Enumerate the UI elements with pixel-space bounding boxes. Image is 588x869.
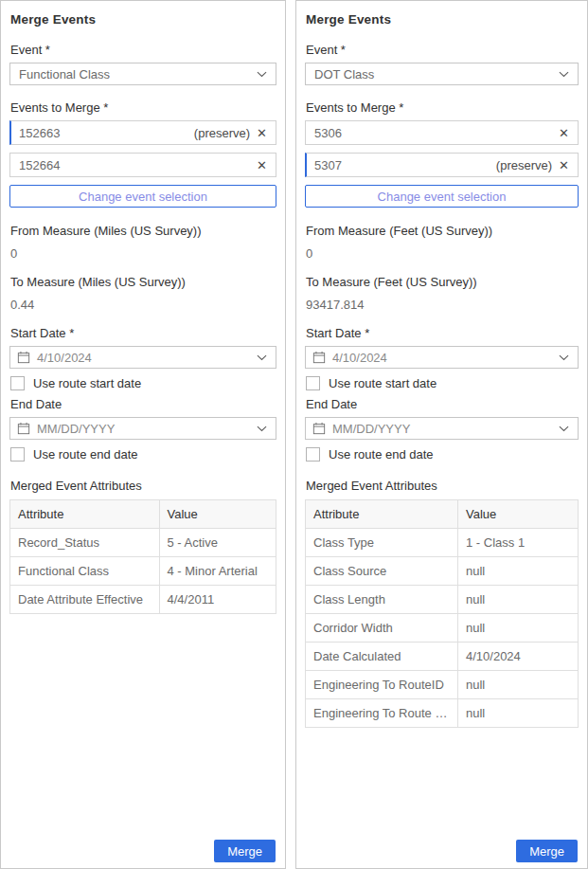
attribute-cell: Date Attribute Effective xyxy=(10,586,160,614)
from-measure-label: From Measure (Feet (US Survey)) xyxy=(306,224,579,238)
end-date-input[interactable]: MM/DD/YYYY xyxy=(9,417,276,440)
checkbox-icon[interactable] xyxy=(306,376,320,390)
value-cell: 4 - Minor Arterial xyxy=(159,557,276,586)
table-row: Corridor Width null xyxy=(306,614,579,643)
table-row: Engineering To Route … null xyxy=(306,699,579,728)
checkbox-label: Use route start date xyxy=(33,376,141,390)
chevron-down-icon xyxy=(257,425,267,432)
value-cell: null xyxy=(458,699,579,728)
to-measure-value: 93417.814 xyxy=(306,298,579,312)
attribute-cell: Record_Status xyxy=(10,529,160,557)
table-row: Engineering To RouteID null xyxy=(306,671,579,699)
preserve-tag: (preserve) xyxy=(496,158,552,172)
chevron-down-icon xyxy=(257,71,267,78)
value-cell: 5 - Active xyxy=(159,529,276,557)
remove-event-icon[interactable]: ✕ xyxy=(257,159,267,172)
table-row: Class Source null xyxy=(306,557,579,586)
merged-attributes-label: Merged Event Attributes xyxy=(306,479,579,493)
event-id: 5306 xyxy=(314,126,559,140)
start-date-value: 4/10/2024 xyxy=(37,351,92,365)
checkbox-label: Use route start date xyxy=(329,376,437,390)
value-cell: 4/4/2011 xyxy=(159,586,276,614)
calendar-icon xyxy=(17,422,30,435)
end-date-input[interactable]: MM/DD/YYYY xyxy=(305,417,579,440)
event-to-merge-input[interactable]: 5307 (preserve) ✕ xyxy=(305,153,579,177)
events-to-merge-label: Events to Merge * xyxy=(10,100,276,115)
checkbox-icon[interactable] xyxy=(10,376,25,390)
remove-event-icon[interactable]: ✕ xyxy=(257,127,267,139)
change-event-selection-button[interactable]: Change event selection xyxy=(305,185,579,208)
attribute-cell: Engineering To Route … xyxy=(306,699,458,728)
event-select[interactable]: DOT Class xyxy=(305,63,579,85)
table-header-row: Attribute Value xyxy=(306,500,579,529)
use-route-start-date-checkbox[interactable]: Use route start date xyxy=(306,376,579,390)
change-event-selection-button[interactable]: Change event selection xyxy=(9,185,276,208)
merged-attributes-table: Attribute Value Class Type 1 - Class 1 C… xyxy=(305,499,579,728)
events-to-merge-label: Events to Merge * xyxy=(306,100,579,115)
event-select-value: DOT Class xyxy=(314,67,374,81)
merge-events-panel-right: Merge Events Event * DOT Class Events to… xyxy=(295,0,588,869)
chevron-down-icon xyxy=(257,354,267,361)
from-measure-value: 0 xyxy=(10,246,276,261)
use-route-end-date-checkbox[interactable]: Use route end date xyxy=(10,447,276,462)
chevron-down-icon xyxy=(559,71,569,78)
to-measure-label: To Measure (Miles (US Survey)) xyxy=(10,275,276,289)
value-cell: null xyxy=(458,557,579,586)
attribute-cell: Class Source xyxy=(306,557,458,586)
merged-attributes-label: Merged Event Attributes xyxy=(10,479,276,493)
table-row: Record_Status 5 - Active xyxy=(10,529,276,557)
attribute-cell: Date Calculated xyxy=(306,643,458,671)
panel-title: Merge Events xyxy=(306,12,579,27)
start-date-label: Start Date * xyxy=(10,326,276,340)
merge-button[interactable]: Merge xyxy=(214,840,276,862)
event-select[interactable]: Functional Class xyxy=(9,63,276,85)
to-measure-value: 0.44 xyxy=(10,298,276,312)
table-row: Date Attribute Effective 4/4/2011 xyxy=(10,586,276,614)
checkbox-label: Use route end date xyxy=(33,447,138,462)
event-select-value: Functional Class xyxy=(19,67,110,81)
value-header: Value xyxy=(159,500,276,529)
attribute-cell: Class Type xyxy=(306,529,458,557)
merge-button[interactable]: Merge xyxy=(516,840,578,862)
start-date-label: Start Date * xyxy=(306,326,579,340)
value-cell: null xyxy=(458,586,579,614)
end-date-label: End Date xyxy=(10,397,276,411)
attribute-cell: Engineering To RouteID xyxy=(306,671,458,699)
value-cell: null xyxy=(458,671,579,699)
table-row: Date Calculated 4/10/2024 xyxy=(306,643,579,671)
attribute-cell: Class Length xyxy=(306,586,458,614)
checkbox-icon[interactable] xyxy=(10,447,25,462)
start-date-input[interactable]: 4/10/2024 xyxy=(9,346,276,369)
value-cell: null xyxy=(458,614,579,643)
calendar-icon xyxy=(312,422,326,435)
event-id: 152663 xyxy=(19,126,194,140)
value-header: Value xyxy=(458,500,579,529)
preserve-tag: (preserve) xyxy=(194,126,250,140)
event-to-merge-input[interactable]: 152664 ✕ xyxy=(9,153,276,177)
merge-events-panel-left: Merge Events Event * Functional Class Ev… xyxy=(0,0,286,869)
attribute-cell: Functional Class xyxy=(10,557,160,586)
panel-title: Merge Events xyxy=(10,12,276,27)
checkbox-label: Use route end date xyxy=(329,447,434,462)
from-measure-label: From Measure (Miles (US Survey)) xyxy=(10,224,276,238)
checkbox-icon[interactable] xyxy=(306,447,320,462)
chevron-down-icon xyxy=(559,425,569,432)
event-to-merge-input[interactable]: 152663 (preserve) ✕ xyxy=(9,120,276,145)
use-route-start-date-checkbox[interactable]: Use route start date xyxy=(10,376,276,390)
event-to-merge-input[interactable]: 5306 ✕ xyxy=(305,120,579,145)
merge-events-page: Merge Events Event * Functional Class Ev… xyxy=(0,0,588,869)
use-route-end-date-checkbox[interactable]: Use route end date xyxy=(306,447,579,462)
value-cell: 1 - Class 1 xyxy=(458,529,579,557)
end-date-placeholder: MM/DD/YYYY xyxy=(37,422,115,436)
table-row: Functional Class 4 - Minor Arterial xyxy=(10,557,276,586)
value-cell: 4/10/2024 xyxy=(458,643,579,671)
remove-event-icon[interactable]: ✕ xyxy=(559,159,569,172)
event-id: 5307 xyxy=(314,158,496,172)
end-date-placeholder: MM/DD/YYYY xyxy=(332,422,410,436)
attribute-header: Attribute xyxy=(10,500,160,529)
attribute-header: Attribute xyxy=(306,500,458,529)
start-date-input[interactable]: 4/10/2024 xyxy=(305,346,579,369)
attribute-cell: Corridor Width xyxy=(306,614,458,643)
remove-event-icon[interactable]: ✕ xyxy=(559,127,569,139)
table-row: Class Length null xyxy=(306,586,579,614)
